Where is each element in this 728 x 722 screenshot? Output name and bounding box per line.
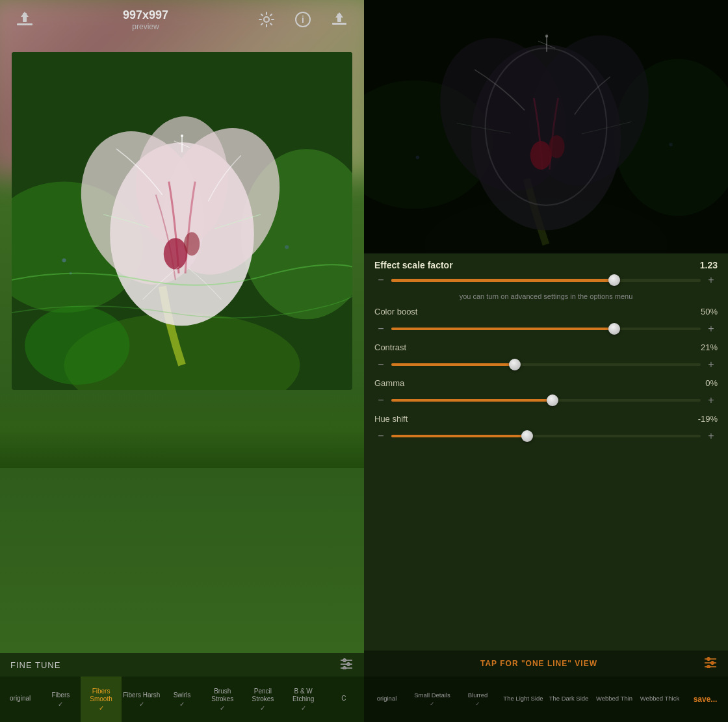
right-image-container xyxy=(364,0,728,253)
filter-brush-strokes-label: Brush Strokes xyxy=(203,688,241,703)
export-button[interactable] xyxy=(328,8,351,31)
hue-shift-minus[interactable]: − xyxy=(374,430,387,442)
left-filter-strip: original Fibers ✓ Fibers Smooth ✓ Fibers… xyxy=(0,677,364,722)
right-filter-small-details-label: Small Details xyxy=(414,691,450,699)
effect-scale-track[interactable] xyxy=(391,279,701,282)
right-filter-blurred-check: ✓ xyxy=(475,701,480,707)
svg-point-50 xyxy=(711,661,714,664)
contrast-slider-container: − + xyxy=(374,359,718,370)
right-filter-webbed-thin[interactable]: Webbed Thin xyxy=(592,677,637,722)
flower-right xyxy=(364,0,728,253)
svg-point-22 xyxy=(181,135,183,137)
filter-bw-etching[interactable]: B & W Etching ✓ xyxy=(283,677,324,722)
main-image-left xyxy=(12,52,352,390)
right-filter-light-side-label: The Light Side xyxy=(503,695,543,702)
filter-swirls-check: ✓ xyxy=(179,701,185,708)
contrast-thumb[interactable] xyxy=(509,359,521,370)
filter-fibers-smooth-check: ✓ xyxy=(99,704,104,712)
svg-point-19 xyxy=(184,232,200,255)
right-filter-light-side[interactable]: The Light Side xyxy=(500,677,546,722)
tap-one-line-text: TAP FOR "ONE LINE" VIEW xyxy=(374,659,703,668)
hue-shift-row: Hue shift -19% xyxy=(374,414,718,424)
tap-one-line-bar[interactable]: TAP FOR "ONE LINE" VIEW xyxy=(364,651,728,677)
right-filter-blurred-label: Blurred xyxy=(468,691,488,699)
effect-scale-plus[interactable]: + xyxy=(705,274,718,286)
header-title: 997x997 preview xyxy=(123,8,168,31)
right-filter-webbed-thick[interactable]: Webbed Thick xyxy=(637,677,682,722)
right-panel: Effect scale factor 1.23 − + you can tur… xyxy=(364,0,728,722)
color-boost-fill xyxy=(391,328,614,330)
right-filter-webbed-thin-label: Webbed Thin xyxy=(596,695,632,702)
color-boost-slider-container: − + xyxy=(374,323,718,335)
fine-tune-icon[interactable] xyxy=(339,658,354,673)
svg-point-29 xyxy=(347,662,350,665)
svg-marker-2 xyxy=(21,12,29,17)
contrast-value: 21% xyxy=(689,342,718,352)
filter-pencil-strokes[interactable]: Pencil Strokes ✓ xyxy=(242,677,283,722)
color-boost-label: Color boost xyxy=(374,307,684,316)
right-filter-save[interactable]: save... xyxy=(682,677,728,722)
filter-swirls[interactable]: Swirls ✓ xyxy=(162,677,202,722)
filter-original-label: original xyxy=(10,695,31,703)
filter-brush-strokes-check: ✓ xyxy=(220,704,225,712)
filter-c[interactable]: C xyxy=(324,677,364,722)
tap-one-line-icon xyxy=(703,656,718,671)
info-button[interactable]: i xyxy=(291,8,315,31)
svg-text:i: i xyxy=(302,14,304,25)
svg-rect-6 xyxy=(332,23,346,25)
filter-original[interactable]: original xyxy=(0,677,40,722)
hue-shift-plus[interactable]: + xyxy=(705,430,718,442)
gamma-plus[interactable]: + xyxy=(705,394,718,406)
effect-scale-value: 1.23 xyxy=(689,260,718,270)
svg-point-48 xyxy=(707,657,710,660)
filter-fibers-smooth[interactable]: Fibers Smooth ✓ xyxy=(81,677,121,722)
gamma-minus[interactable]: − xyxy=(374,394,387,406)
left-bottom-area xyxy=(0,390,364,468)
color-boost-minus[interactable]: − xyxy=(374,323,387,335)
filter-c-label: C xyxy=(341,695,346,703)
header: 997x997 preview i xyxy=(0,0,364,39)
svg-point-13 xyxy=(25,306,129,385)
right-filter-original[interactable]: original xyxy=(364,677,410,722)
hue-shift-label: Hue shift xyxy=(374,414,684,424)
svg-point-18 xyxy=(164,238,187,269)
effect-scale-fill xyxy=(391,279,614,282)
filter-pencil-strokes-label: Pencil Strokes xyxy=(244,688,281,703)
hue-shift-track[interactable] xyxy=(391,435,701,437)
right-filter-dark-side[interactable]: The Dark Side xyxy=(546,677,592,722)
effect-scale-slider-container: − + xyxy=(374,274,718,286)
hue-shift-thumb[interactable] xyxy=(521,430,533,442)
gamma-track[interactable] xyxy=(391,399,701,402)
right-filter-blurred[interactable]: Blurred ✓ xyxy=(455,677,500,722)
contrast-plus[interactable]: + xyxy=(705,359,718,370)
filter-fibers-label: Fibers xyxy=(51,691,70,699)
gamma-value: 0% xyxy=(689,378,718,388)
effect-scale-minus[interactable]: − xyxy=(374,274,387,286)
effect-scale-label: Effect scale factor xyxy=(374,260,689,270)
preview-label: preview xyxy=(123,22,168,31)
filter-fibers-smooth-label: Fibers Smooth xyxy=(82,688,120,703)
svg-point-23 xyxy=(62,258,66,262)
right-filter-save-label: save... xyxy=(694,695,718,704)
contrast-track[interactable] xyxy=(391,363,701,366)
import-button[interactable] xyxy=(13,8,36,31)
effect-scale-thumb[interactable] xyxy=(608,274,620,286)
right-filter-small-details[interactable]: Small Details ✓ xyxy=(410,677,455,722)
color-boost-thumb[interactable] xyxy=(608,323,620,335)
color-boost-track[interactable] xyxy=(391,328,701,330)
color-boost-plus[interactable]: + xyxy=(705,323,718,335)
gamma-slider-container: − + xyxy=(374,394,718,406)
svg-point-25 xyxy=(285,245,289,249)
right-filter-strip: original Small Details ✓ Blurred ✓ The L… xyxy=(364,677,728,722)
contrast-minus[interactable]: − xyxy=(374,359,387,370)
gamma-thumb[interactable] xyxy=(547,394,558,406)
filter-brush-strokes[interactable]: Brush Strokes ✓ xyxy=(202,677,242,722)
effect-scale-row: Effect scale factor 1.23 xyxy=(374,260,718,270)
color-boost-row: Color boost 50% xyxy=(374,307,718,316)
svg-rect-0 xyxy=(17,23,32,25)
fine-tune-bar: FINE TUNE xyxy=(0,653,364,677)
settings-button[interactable] xyxy=(255,8,278,31)
svg-point-3 xyxy=(264,17,269,22)
filter-fibers-harsh[interactable]: Fibers Harsh ✓ xyxy=(122,677,162,722)
filter-fibers[interactable]: Fibers ✓ xyxy=(40,677,81,722)
